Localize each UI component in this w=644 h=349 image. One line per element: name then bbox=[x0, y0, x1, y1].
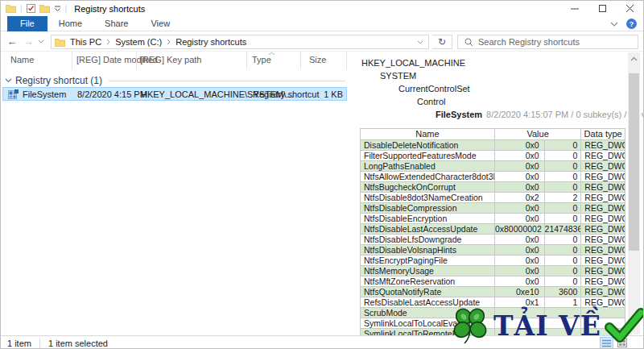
reg-value-name: NtfsAllowExtendedCharacter8dot3Rename bbox=[361, 172, 495, 181]
tab-share[interactable]: Share bbox=[93, 16, 139, 31]
reg-value-datatype: REG_DWORD bbox=[581, 203, 625, 213]
registry-value-row[interactable]: LongPathsEnabled 0x0 0 REG_DWORD bbox=[361, 161, 625, 172]
maximize-button[interactable] bbox=[588, 1, 616, 16]
reg-value-dec: 0 bbox=[545, 140, 582, 150]
details-view-button[interactable] bbox=[600, 337, 613, 349]
tab-home[interactable]: Home bbox=[47, 16, 93, 31]
reg-value-datatype: REG_DWORD bbox=[581, 172, 625, 181]
reg-value-hex: 0x0 bbox=[495, 161, 545, 171]
registry-value-row[interactable]: NtfsDisableEncryption 0x0 0 REG_DWORD bbox=[361, 214, 625, 224]
address-dropdown-icon[interactable] bbox=[412, 40, 428, 44]
registry-value-row[interactable]: NtfsMemoryUsage 0x0 0 REG_DWORD bbox=[361, 266, 625, 276]
titlebar-separator: | bbox=[65, 4, 68, 13]
reg-value-name: NtfsQuotaNotifyRate bbox=[361, 287, 495, 297]
group-collapse-icon[interactable] bbox=[5, 78, 12, 83]
reg-value-datatype: REG_DWORD bbox=[581, 256, 625, 265]
registry-value-row[interactable]: NtfsDisableCompression 0x0 0 REG_DWORD bbox=[361, 203, 625, 214]
column-divider[interactable] bbox=[346, 52, 347, 69]
file-date-modified: 8/2/2020 4:15 PM bbox=[77, 89, 147, 99]
breadcrumb-item[interactable]: System (C:) bbox=[114, 37, 163, 47]
reg-value-dec: 0 bbox=[545, 256, 582, 265]
registry-value-row[interactable]: NtfsDisableLastAccessUpdate 0x80000002 2… bbox=[361, 224, 625, 235]
reg-value-datatype bbox=[581, 308, 625, 318]
titlebar-separator: | bbox=[20, 4, 23, 13]
reg-col-datatype: Data type bbox=[581, 129, 625, 139]
column-divider[interactable] bbox=[72, 52, 72, 69]
registry-tree-node[interactable]: FileSystem8/2/2020 4:15:07 PM / 0 subkey… bbox=[361, 108, 644, 121]
ribbon-tabs: File Home Share View ? bbox=[1, 16, 643, 31]
column-header-size[interactable]: Size bbox=[309, 55, 326, 64]
registry-values-table: Name Value Data type DisableDeleteNotifi… bbox=[360, 128, 625, 335]
group-header[interactable]: Registry shortcut (1) bbox=[1, 74, 350, 87]
tab-view[interactable]: View bbox=[139, 16, 181, 31]
registry-value-row[interactable]: NtfsDisableVolsnapHints 0x0 0 REG_DWORD bbox=[361, 245, 625, 256]
close-button[interactable] bbox=[616, 1, 643, 16]
breadcrumb-chevron-icon[interactable] bbox=[167, 39, 171, 45]
registry-value-row[interactable]: NtfsEncryptPagingFile 0x0 0 REG_DWORD bbox=[361, 256, 625, 266]
registry-value-row[interactable]: NtfsBugcheckOnCorrupt 0x0 0 REG_DWORD bbox=[361, 182, 625, 193]
registry-value-row[interactable]: NtfsMftZoneReservation 0x0 0 REG_DWORD bbox=[361, 276, 625, 287]
registry-key-meta: 8/2/2020 4:15:07 PM / 0 subkey(s) / 25 v… bbox=[486, 110, 644, 119]
explorer-window: | | Registry shortcuts bbox=[0, 0, 644, 349]
reg-value-name: NtfsMemoryUsage bbox=[361, 266, 495, 276]
reg-value-hex: 0x0 bbox=[495, 182, 545, 192]
minimize-ribbon-chevron-icon[interactable] bbox=[610, 22, 618, 27]
registry-tree-node[interactable]: SYSTEM bbox=[361, 69, 644, 82]
registry-tree-node[interactable]: HKEY_LOCAL_MACHINE bbox=[361, 56, 644, 69]
column-divider[interactable] bbox=[300, 52, 301, 69]
file-row-filesystem[interactable]: FileSystem 8/2/2020 4:15 PM HKEY_LOCAL_M… bbox=[2, 87, 347, 101]
registry-value-row[interactable]: ScrubMode bbox=[361, 308, 625, 318]
window-title: Registry shortcuts bbox=[74, 4, 145, 14]
reg-value-dec bbox=[545, 318, 582, 328]
search-input[interactable] bbox=[478, 37, 638, 47]
registry-value-row[interactable]: SymlinkLocalToRemoteEvaluati bbox=[361, 329, 625, 335]
registry-value-row[interactable]: RefsDisableLastAccessUpdate 0x1 1 REG_DW… bbox=[361, 297, 625, 308]
column-divider[interactable] bbox=[246, 52, 247, 69]
qat-customize-chevron-icon[interactable] bbox=[54, 6, 61, 12]
registry-value-row[interactable]: FilterSupportedFeaturesMode 0x0 0 REG_DW… bbox=[361, 151, 625, 161]
help-icon[interactable]: ? bbox=[626, 19, 637, 29]
registry-tree-node[interactable]: Control bbox=[361, 95, 644, 108]
registry-value-row[interactable]: DisableDeleteNotification 0x0 0 REG_DWOR… bbox=[361, 140, 625, 151]
scrollbar-thumb[interactable] bbox=[629, 73, 639, 251]
address-bar[interactable]: This PCSystem (C:)Registry shortcuts bbox=[51, 35, 429, 49]
back-button[interactable]: ← bbox=[4, 35, 20, 49]
registry-table-header: Name Value Data type bbox=[361, 129, 625, 140]
breadcrumb-chevron-icon[interactable] bbox=[106, 39, 110, 45]
reg-value-hex: 0x0 bbox=[495, 235, 545, 244]
forward-button[interactable]: → bbox=[20, 35, 36, 49]
reg-value-name: NtfsDisableVolsnapHints bbox=[361, 245, 495, 255]
registry-value-row[interactable]: SymlinkLocalToLocalEvaluation bbox=[361, 318, 625, 329]
preview-scrollbar[interactable] bbox=[628, 52, 640, 334]
tab-file[interactable]: File bbox=[7, 16, 47, 31]
reg-value-datatype: REG_DWORD bbox=[581, 140, 625, 150]
registry-tree-node[interactable]: CurrentControlSet bbox=[361, 82, 644, 95]
reg-value-name: NtfsEncryptPagingFile bbox=[361, 256, 495, 265]
column-header-type[interactable]: Type bbox=[252, 55, 271, 64]
minimize-button[interactable] bbox=[561, 1, 588, 16]
registry-value-row[interactable]: NtfsQuotaNotifyRate 0xe10 3600 REG_DWORD bbox=[361, 287, 625, 297]
registry-value-row[interactable]: NtfsDisable8dot3NameCreation 0x2 2 REG_D… bbox=[361, 193, 625, 203]
registry-value-row[interactable]: NtfsDisableLfsDowngrade 0x0 0 REG_DWORD bbox=[361, 235, 625, 245]
reg-value-hex bbox=[495, 308, 545, 318]
refresh-button[interactable]: ↻ bbox=[432, 35, 452, 49]
search-icon bbox=[464, 38, 473, 47]
column-divider[interactable] bbox=[136, 52, 137, 69]
reg-col-value: Value bbox=[495, 129, 581, 139]
breadcrumb-item[interactable]: This PC bbox=[68, 37, 103, 47]
qat-properties-icon[interactable] bbox=[27, 4, 35, 13]
reg-value-dec: 0 bbox=[545, 266, 582, 276]
column-header-key-path[interactable]: [REG] Key path bbox=[140, 55, 201, 64]
scrollbar-up-icon[interactable] bbox=[628, 52, 640, 64]
reg-value-hex: 0x0 bbox=[495, 256, 545, 265]
column-header-name[interactable]: Name bbox=[10, 55, 34, 64]
reg-value-hex: 0x0 bbox=[495, 245, 545, 255]
reg-value-dec bbox=[545, 308, 582, 318]
reg-value-datatype: REG_DWORD bbox=[581, 245, 625, 255]
thumbnails-view-button[interactable] bbox=[615, 337, 629, 349]
qat-new-folder-icon[interactable] bbox=[39, 4, 50, 13]
search-box[interactable] bbox=[457, 35, 638, 49]
history-dropdown-icon[interactable] bbox=[36, 39, 46, 44]
breadcrumb-item[interactable]: Registry shortcuts bbox=[174, 37, 248, 47]
registry-value-row[interactable]: NtfsAllowExtendedCharacter8dot3Rename 0x… bbox=[361, 172, 625, 182]
